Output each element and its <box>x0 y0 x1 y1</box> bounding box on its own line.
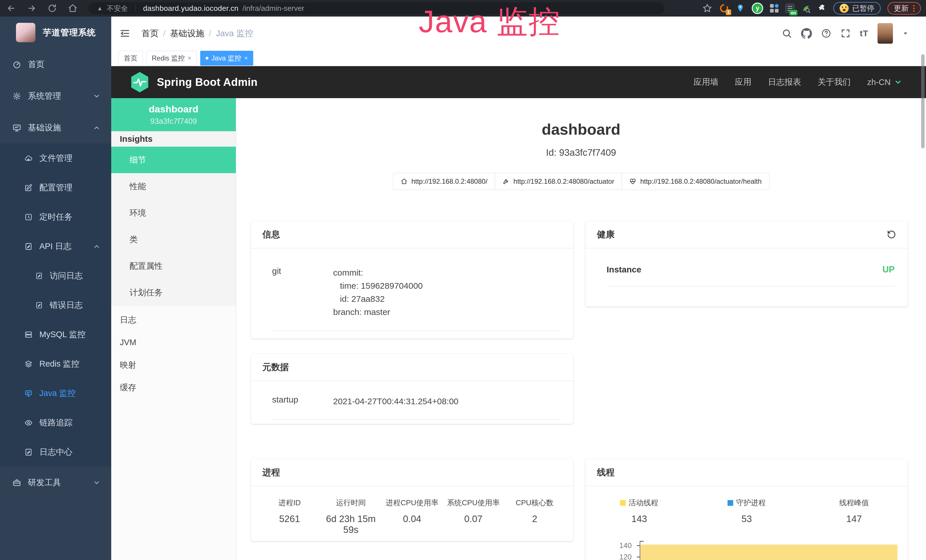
history-icon[interactable] <box>887 230 896 239</box>
breadcrumb-infra[interactable]: 基础设施 <box>170 28 204 39</box>
close-icon[interactable]: × <box>188 54 191 62</box>
sidebar-item-config[interactable]: 配置管理 <box>0 173 111 202</box>
sidebar-submenu-infra: 文件管理 配置管理 定时任务 API 日志 <box>0 144 111 467</box>
font-size-icon[interactable]: tT <box>860 29 869 38</box>
address-bar[interactable]: ▲ 不安全 dashboard.yudao.iocoder.cn/infra/a… <box>88 2 664 14</box>
insecure-warning-icon: ▲ <box>97 5 103 12</box>
tab-java-monitor[interactable]: Java 监控 × <box>200 51 253 66</box>
info-git-row: git commit: time: 1596289704000 id: 27aa… <box>272 266 561 331</box>
extension-orange-icon[interactable]: 1 <box>719 3 729 13</box>
github-icon[interactable] <box>801 28 812 39</box>
close-icon[interactable]: × <box>244 54 248 62</box>
sidebar-item-log-center[interactable]: 日志中心 <box>0 437 111 467</box>
sidebar-item-infra[interactable]: 基础设施 <box>0 112 111 144</box>
chevron-up-icon <box>93 124 100 132</box>
extension-pin-icon[interactable] <box>736 3 745 13</box>
sidebar-item-api-log[interactable]: API 日志 <box>0 232 111 261</box>
sidebar-item-redis[interactable]: Redis 监控 <box>0 349 111 378</box>
tab-redis-monitor[interactable]: Redis 监控 × <box>146 51 197 66</box>
app-title: 芋道管理系统 <box>43 27 96 38</box>
app-sidebar: 芋道管理系统 首页 系统管理 基础设施 文件管 <box>0 17 111 560</box>
sba-item-details[interactable]: 细节 <box>111 147 236 173</box>
sba-nav: 应用墙 应用 日志报表 关于我们 zh-CN <box>694 76 902 88</box>
sba-item-mappings[interactable]: 映射 <box>111 354 236 376</box>
app-logo-image <box>16 23 35 42</box>
breadcrumb-home[interactable]: 首页 <box>141 28 159 39</box>
sba-item-caches[interactable]: 缓存 <box>111 376 236 399</box>
sba-item-scheduled-tasks[interactable]: 计划任务 <box>111 279 236 306</box>
reload-icon[interactable] <box>47 3 57 13</box>
sidebar-item-java[interactable]: Java 监控 <box>0 378 111 408</box>
sidebar-collapse-icon[interactable] <box>119 28 131 39</box>
browser-menu-icon[interactable] <box>913 5 915 12</box>
sba-item-config-props[interactable]: 配置属性 <box>111 253 236 279</box>
legend-daemon-threads: 守护进程 53 <box>693 498 800 524</box>
extension-on-badge: on <box>790 10 797 15</box>
instance-health-link[interactable]: http://192.168.0.2:48080/actuator/health <box>622 173 769 190</box>
sba-sidebar-bottom: 日志 JVM 映射 缓存 <box>111 306 236 399</box>
extensions-puzzle-icon[interactable] <box>817 4 826 13</box>
gear-icon <box>12 92 21 100</box>
process-stats: 进程ID 5261 运行时间 6d 23h 15m 59s 进程CPU使用率 0… <box>251 486 573 535</box>
sba-item-metrics[interactable]: 性能 <box>111 173 236 200</box>
sidebar-item-tracing[interactable]: 链路追踪 <box>0 408 111 437</box>
sba-item-jvm[interactable]: JVM <box>111 331 236 354</box>
sba-main: dashboard Id: 93a3fc7f7409 http://192.16… <box>236 98 926 560</box>
sidebar-item-home[interactable]: 首页 <box>0 48 111 80</box>
page-scrollbar-thumb[interactable] <box>921 54 924 148</box>
url-path[interactable]: /infra/admin-server <box>242 4 304 13</box>
sba-nav-applications[interactable]: 应用 <box>735 76 752 88</box>
instance-links: http://192.168.0.2:48080/ http://192.168… <box>393 173 769 190</box>
sidebar-item-jobs[interactable]: 定时任务 <box>0 202 111 232</box>
home-icon[interactable] <box>68 3 77 13</box>
legend-swatch-blue <box>728 500 733 506</box>
document-edit-icon <box>35 301 43 309</box>
user-avatar[interactable] <box>878 23 893 44</box>
sba-brand[interactable]: Spring Boot Admin <box>130 71 257 93</box>
card-threads-title: 线程 <box>586 459 908 486</box>
sba-insights-section: Insights 细节 性能 环境 类 配置属性 计划任务 <box>111 131 236 306</box>
sidebar-item-mysql[interactable]: MySQL 监控 <box>0 320 111 349</box>
sba-body: dashboard 93a3fc7f7409 Insights 细节 性能 环境… <box>111 98 926 560</box>
browser-update-button[interactable]: 更新 <box>888 2 921 15</box>
sidebar-item-devtools[interactable]: 研发工具 <box>0 467 111 498</box>
forward-icon[interactable] <box>27 3 36 13</box>
sba-locale-select[interactable]: zh-CN <box>867 77 902 87</box>
sidebar-item-access-log[interactable]: 访问日志 <box>0 261 111 291</box>
help-icon[interactable] <box>821 28 831 38</box>
profile-paused-pill[interactable]: 已暂停 <box>833 2 881 15</box>
chevron-down-icon <box>93 92 100 100</box>
sba-nav-about[interactable]: 关于我们 <box>818 76 851 88</box>
paused-label: 已暂停 <box>852 3 875 14</box>
search-icon[interactable] <box>782 28 792 38</box>
sidebar-item-error-log[interactable]: 错误日志 <box>0 291 111 320</box>
extension-dark-icon[interactable]: on <box>785 4 794 13</box>
sba-instance-header[interactable]: dashboard 93a3fc7f7409 <box>111 98 236 131</box>
back-icon[interactable] <box>6 3 16 13</box>
fullscreen-icon[interactable] <box>840 28 851 38</box>
app-logo[interactable]: 芋道管理系统 <box>0 17 111 48</box>
update-label: 更新 <box>894 3 909 14</box>
security-label[interactable]: 不安全 <box>107 4 128 13</box>
instance-actuator-link[interactable]: http://192.168.0.2:48080/actuator <box>495 173 622 190</box>
sba-item-classes[interactable]: 类 <box>111 226 236 253</box>
extension-y-icon[interactable]: y <box>752 3 763 14</box>
screenshot-root: ▲ 不安全 dashboard.yudao.iocoder.cn/infra/a… <box>0 0 926 560</box>
tab-home[interactable]: 首页 <box>118 51 143 66</box>
extension-leaf-icon[interactable] <box>801 3 811 13</box>
card-info: 信息 git commit: time: 1596289704000 id: 2… <box>251 221 573 339</box>
sba-nav-journal[interactable]: 日志报表 <box>768 76 801 88</box>
sba-item-environment[interactable]: 环境 <box>111 200 236 226</box>
sidebar-item-files[interactable]: 文件管理 <box>0 144 111 173</box>
sba-item-logs[interactable]: 日志 <box>111 309 236 331</box>
instance-home-link[interactable]: http://192.168.0.2:48080/ <box>393 173 495 190</box>
url-host[interactable]: dashboard.yudao.iocoder.cn <box>143 4 239 13</box>
user-caret-down-icon[interactable] <box>902 30 909 37</box>
extension-grid-icon[interactable] <box>770 4 779 12</box>
threads-area-chart: 140 120 100 <box>586 541 908 560</box>
sidebar-item-system[interactable]: 系统管理 <box>0 80 111 112</box>
bookmark-star-icon[interactable] <box>702 3 713 14</box>
briefcase-icon <box>12 478 21 487</box>
sba-nav-wallboard[interactable]: 应用墙 <box>694 76 719 88</box>
eye-icon <box>24 419 33 427</box>
